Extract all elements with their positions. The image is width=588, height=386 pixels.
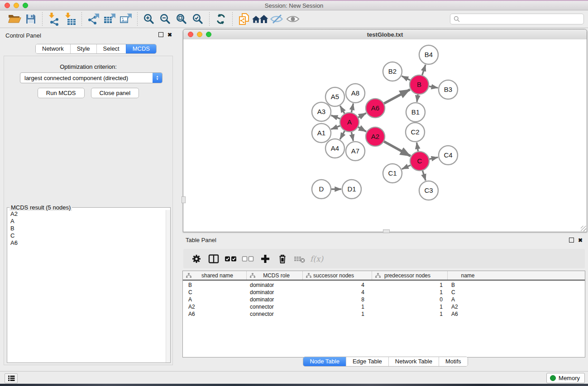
column-header-shared-name[interactable]: shared name bbox=[183, 271, 246, 280]
graph-node-B4[interactable]: B4 bbox=[419, 45, 438, 64]
graph-edge-A-A4[interactable] bbox=[340, 131, 344, 139]
task-history-button[interactable] bbox=[5, 373, 18, 383]
graph-node-B1[interactable]: B1 bbox=[406, 103, 425, 122]
column-header-mcds-role[interactable]: MCDS role bbox=[246, 271, 302, 280]
graph-edge-A6-B[interactable] bbox=[384, 90, 410, 104]
graph-node-D[interactable]: D bbox=[312, 180, 331, 199]
close-table-panel-icon[interactable]: ✖ bbox=[578, 238, 583, 243]
tab-network[interactable]: Network bbox=[36, 44, 70, 53]
table-row[interactable]: A2connector11A2 bbox=[183, 303, 585, 310]
graph-edge-B-B4[interactable] bbox=[422, 65, 425, 75]
table-tab-network-table[interactable]: Network Table bbox=[388, 357, 439, 366]
table-settings-icon[interactable] bbox=[189, 252, 204, 266]
graph-edge-A-A6[interactable] bbox=[358, 113, 366, 118]
show-all-icon[interactable] bbox=[285, 12, 301, 26]
first-neighbors-icon[interactable] bbox=[252, 12, 268, 26]
table-row[interactable]: A6connector11A6 bbox=[183, 310, 585, 318]
import-network-icon[interactable] bbox=[46, 12, 62, 26]
graph-edge-C-C2[interactable] bbox=[417, 143, 418, 152]
run-mcds-button[interactable]: Run MCDS bbox=[38, 88, 85, 98]
criterion-select[interactable]: largest connected component (directed) ▲… bbox=[20, 72, 163, 83]
network-canvas[interactable]: B4B2BB3B1C2A5A8A3A6AA1A4A7A2C4CC1C3DD1 bbox=[183, 39, 587, 232]
graph-node-A3[interactable]: A3 bbox=[312, 102, 331, 121]
graph-edge-A2-C[interactable] bbox=[384, 142, 411, 156]
graph-node-A5[interactable]: A5 bbox=[325, 87, 344, 106]
graph-edge-C-C4[interactable] bbox=[430, 157, 438, 159]
graph-node-C[interactable]: C bbox=[410, 152, 429, 171]
splitter-handle-left[interactable] bbox=[182, 196, 186, 203]
graph-edge-B-B1[interactable] bbox=[417, 95, 418, 102]
graph-node-A8[interactable]: A8 bbox=[346, 84, 365, 103]
graph-node-A2[interactable]: A2 bbox=[366, 127, 385, 146]
export-table-icon[interactable] bbox=[101, 12, 118, 26]
split-view-icon[interactable] bbox=[206, 252, 221, 266]
save-session-icon[interactable] bbox=[23, 12, 39, 26]
graph-edge-A-A1[interactable] bbox=[331, 126, 340, 129]
zoom-fit-icon[interactable] bbox=[173, 12, 190, 26]
graph-node-B[interactable]: B bbox=[410, 75, 429, 94]
tab-style[interactable]: Style bbox=[70, 44, 96, 53]
network-window-titlebar[interactable]: testGlobe.txt bbox=[183, 29, 587, 40]
result-scrollbar[interactable] bbox=[166, 210, 170, 362]
float-panel-icon[interactable] bbox=[158, 32, 163, 37]
graph-edge-C-C3[interactable] bbox=[422, 171, 425, 181]
close-panel-icon[interactable]: ✖ bbox=[167, 33, 172, 37]
close-panel-button[interactable]: Close panel bbox=[91, 88, 139, 98]
graph-node-B3[interactable]: B3 bbox=[439, 80, 458, 99]
graph-node-C2[interactable]: C2 bbox=[406, 123, 425, 142]
refresh-network-icon[interactable] bbox=[213, 12, 229, 26]
graph-edge-C-C1[interactable] bbox=[402, 165, 411, 169]
delete-table-icon[interactable] bbox=[292, 252, 307, 266]
table-row[interactable]: Cdominator41C bbox=[183, 289, 585, 296]
add-row-icon[interactable] bbox=[258, 252, 273, 266]
import-table-icon[interactable] bbox=[62, 12, 78, 26]
graph-node-A4[interactable]: A4 bbox=[325, 139, 344, 158]
float-table-panel-icon[interactable] bbox=[569, 238, 574, 243]
graph-edge-A-A5[interactable] bbox=[340, 106, 344, 114]
result-list-item[interactable]: C bbox=[8, 232, 166, 239]
table-tab-edge-table[interactable]: Edge Table bbox=[346, 357, 388, 366]
graph-node-C4[interactable]: C4 bbox=[439, 146, 458, 165]
table-row[interactable]: Bdominator41B bbox=[183, 281, 585, 289]
result-list-item[interactable]: A2 bbox=[8, 210, 166, 218]
graph-edge-A-A8[interactable] bbox=[351, 104, 353, 113]
zoom-selected-icon[interactable] bbox=[190, 12, 206, 26]
result-list-item[interactable]: B bbox=[8, 225, 166, 232]
hide-selected-icon[interactable] bbox=[268, 12, 285, 26]
table-tab-motifs[interactable]: Motifs bbox=[439, 357, 468, 366]
new-network-from-selection-icon[interactable] bbox=[236, 12, 252, 26]
window-resize-grip[interactable] bbox=[581, 226, 586, 231]
delete-row-icon[interactable] bbox=[275, 252, 290, 266]
tab-mcds[interactable]: MCDS bbox=[126, 44, 156, 53]
graph-edge-B-B2[interactable] bbox=[402, 76, 411, 80]
zoom-in-icon[interactable] bbox=[141, 12, 157, 26]
graph-edge-B-B3[interactable] bbox=[429, 86, 438, 88]
column-header-predecessor-nodes[interactable]: predecessor nodes bbox=[372, 271, 447, 280]
column-header-name[interactable]: name bbox=[447, 271, 484, 280]
graph-edge-A-A2[interactable] bbox=[358, 127, 366, 132]
open-session-icon[interactable] bbox=[6, 12, 23, 26]
tab-select[interactable]: Select bbox=[96, 44, 126, 53]
graph-node-A[interactable]: A bbox=[340, 113, 359, 132]
graph-node-B2[interactable]: B2 bbox=[383, 62, 402, 81]
result-list-item[interactable]: A6 bbox=[8, 239, 166, 247]
graph-edge-A-A7[interactable] bbox=[351, 132, 353, 141]
graph-node-C3[interactable]: C3 bbox=[419, 181, 438, 200]
zoom-out-icon[interactable] bbox=[157, 12, 173, 26]
window-titlebar[interactable]: Session: New Session bbox=[0, 1, 588, 10]
graph-node-D1[interactable]: D1 bbox=[342, 180, 361, 199]
search-field[interactable] bbox=[450, 14, 584, 24]
graph-node-C1[interactable]: C1 bbox=[383, 164, 402, 183]
result-list-item[interactable]: A bbox=[8, 218, 166, 225]
deselect-all-columns-icon[interactable] bbox=[240, 252, 256, 266]
function-builder-icon[interactable]: f(x) bbox=[310, 254, 323, 263]
graph-edge-A-A3[interactable] bbox=[331, 115, 340, 119]
table-tab-node-table[interactable]: Node Table bbox=[303, 357, 346, 366]
column-header-successor-nodes[interactable]: successor nodes bbox=[302, 271, 372, 280]
search-input[interactable] bbox=[462, 15, 583, 23]
graph-node-A6[interactable]: A6 bbox=[366, 99, 385, 118]
export-image-icon[interactable] bbox=[118, 12, 134, 26]
table-row[interactable]: Adominator80A bbox=[183, 296, 585, 303]
memory-button[interactable]: Memory bbox=[546, 373, 585, 383]
export-network-icon[interactable] bbox=[85, 12, 101, 26]
